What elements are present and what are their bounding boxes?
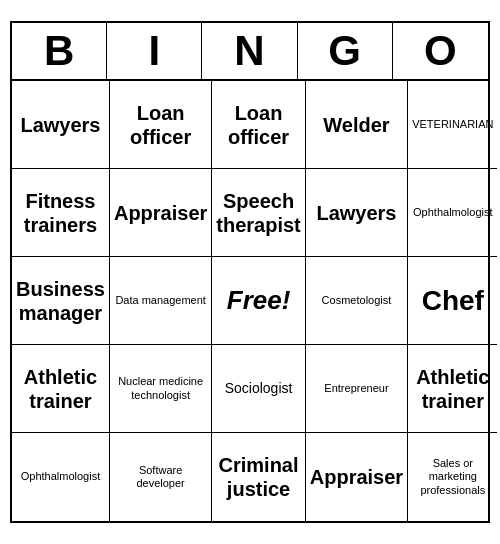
bingo-cell: Free! [212,257,305,345]
cell-label: Appraiser [310,465,403,489]
bingo-cell: Athletic trainer [408,345,497,433]
cell-label: Athletic trainer [16,365,105,413]
bingo-cell: Appraiser [306,433,408,521]
bingo-cell: Welder [306,81,408,169]
cell-label: Ophthalmologist [21,470,101,483]
cell-label: Loan officer [114,101,207,149]
cell-label: Free! [227,285,291,316]
bingo-cell: Entrepreneur [306,345,408,433]
cell-label: Criminal justice [216,453,300,501]
cell-label: Speech therapist [216,189,300,237]
bingo-cell: Criminal justice [212,433,305,521]
cell-label: Fitness trainers [16,189,105,237]
cell-label: Sales or marketing professionals [412,457,493,497]
bingo-header-letter: G [298,23,393,79]
cell-label: Appraiser [114,201,207,225]
bingo-grid: LawyersLoan officerLoan officerWelderVET… [12,81,488,521]
bingo-cell: Lawyers [306,169,408,257]
cell-label: Nuclear medicine technologist [114,375,207,401]
bingo-header-letter: O [393,23,488,79]
bingo-cell: Sales or marketing professionals [408,433,497,521]
bingo-header-letter: N [202,23,297,79]
bingo-cell: Chef [408,257,497,345]
bingo-header-letter: I [107,23,202,79]
bingo-cell: Software developer [110,433,212,521]
bingo-cell: Nuclear medicine technologist [110,345,212,433]
bingo-cell: Data management [110,257,212,345]
cell-label: Lawyers [20,113,100,137]
cell-label: Sociologist [225,380,293,397]
bingo-cell: VETERINARIAN [408,81,497,169]
bingo-cell: Speech therapist [212,169,305,257]
cell-label: Lawyers [316,201,396,225]
bingo-header: BINGO [12,23,488,81]
cell-label: Entrepreneur [324,382,388,395]
bingo-cell: Lawyers [12,81,110,169]
cell-label: Loan officer [216,101,300,149]
cell-label: Cosmetologist [322,294,392,307]
cell-label: Ophthalmologist [413,206,493,219]
bingo-cell: Loan officer [110,81,212,169]
cell-label: Business manager [16,277,105,325]
cell-label: Welder [323,113,389,137]
cell-label: Chef [422,284,484,318]
cell-label: Software developer [114,464,207,490]
bingo-card: BINGO LawyersLoan officerLoan officerWel… [10,21,490,523]
bingo-cell: Ophthalmologist [408,169,497,257]
bingo-cell: Athletic trainer [12,345,110,433]
bingo-cell: Loan officer [212,81,305,169]
cell-label: Data management [115,294,206,307]
bingo-cell: Business manager [12,257,110,345]
bingo-cell: Ophthalmologist [12,433,110,521]
cell-label: Athletic trainer [412,365,493,413]
bingo-cell: Appraiser [110,169,212,257]
bingo-cell: Fitness trainers [12,169,110,257]
bingo-header-letter: B [12,23,107,79]
bingo-cell: Sociologist [212,345,305,433]
bingo-cell: Cosmetologist [306,257,408,345]
cell-label: VETERINARIAN [412,118,493,131]
